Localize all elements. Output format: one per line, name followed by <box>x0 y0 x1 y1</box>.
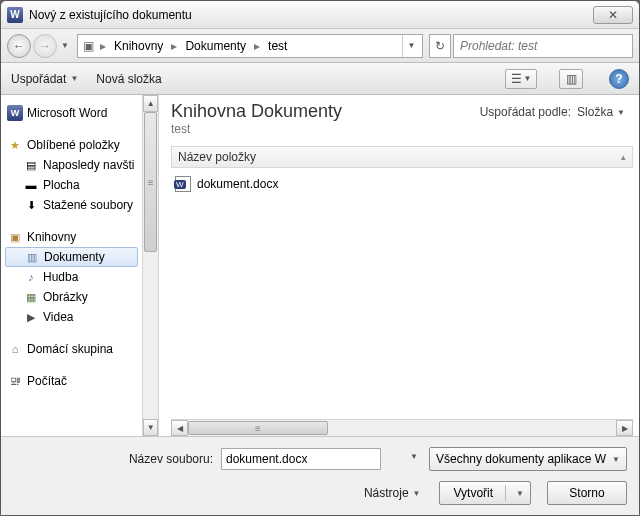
filter-label: Všechny dokumenty aplikace W <box>436 452 606 466</box>
star-icon: ★ <box>7 137 23 153</box>
breadcrumb-dropdown[interactable]: ▼ <box>402 35 420 57</box>
filename-label: Název souboru: <box>13 452 213 466</box>
hscroll-thumb[interactable]: ≡ <box>188 421 328 435</box>
chevron-down-icon: ▼ <box>413 489 421 498</box>
filename-row: Název souboru: ▼ Všechny dokumenty aplik… <box>13 447 627 471</box>
open-button[interactable]: Vytvořit ▼ <box>439 481 531 505</box>
horizontal-scrollbar[interactable]: ◀ ≡ ▶ <box>171 419 633 436</box>
chevron-down-icon: ▼ <box>524 74 532 83</box>
scroll-up-button[interactable]: ▲ <box>143 95 158 112</box>
tree-label: Počítač <box>27 374 67 388</box>
breadcrumb-item[interactable]: test <box>264 35 291 57</box>
hscroll-track[interactable]: ≡ <box>188 420 616 436</box>
file-list[interactable]: dokument.docx <box>171 168 633 419</box>
chevron-right-icon: ▸ <box>98 39 108 53</box>
forward-button[interactable]: → <box>33 34 57 58</box>
nav-tree[interactable]: W Microsoft Word ★ Oblíbené položky ▤ Na… <box>1 95 142 436</box>
new-folder-button[interactable]: Nová složka <box>96 72 161 86</box>
column-header-name[interactable]: Název položky ▴ <box>171 146 633 168</box>
tree-label: Microsoft Word <box>27 106 107 120</box>
open-label: Vytvořit <box>454 486 494 500</box>
tree-label: Obrázky <box>43 290 88 304</box>
computer-icon: 🖳 <box>7 373 23 389</box>
tree-item-desktop[interactable]: ▬ Plocha <box>5 175 138 195</box>
scroll-down-button[interactable]: ▼ <box>143 419 158 436</box>
tree-item-documents[interactable]: ▥ Dokumenty <box>5 247 138 267</box>
help-icon: ? <box>615 72 622 86</box>
tree-label: Knihovny <box>27 230 76 244</box>
file-name: dokument.docx <box>197 177 278 191</box>
tree-item-downloads[interactable]: ⬇ Stažené soubory <box>5 195 138 215</box>
word-icon: W <box>7 105 23 121</box>
organize-label: Uspořádat <box>11 72 66 86</box>
sort-indicator-icon: ▴ <box>621 152 626 162</box>
scroll-left-button[interactable]: ◀ <box>171 420 188 436</box>
tree-label: Dokumenty <box>44 250 105 264</box>
tree-item-favorites[interactable]: ★ Oblíbené položky <box>5 135 138 155</box>
tree-item-music[interactable]: ♪ Hudba <box>5 267 138 287</box>
breadcrumb-item[interactable]: Knihovny <box>110 35 167 57</box>
preview-pane-icon: ▥ <box>566 72 577 86</box>
tree-label: Videa <box>43 310 73 324</box>
nav-scrollbar[interactable]: ▲ ≡ ▼ <box>142 95 158 436</box>
cancel-button[interactable]: Storno <box>547 481 627 505</box>
search-box[interactable] <box>453 34 633 58</box>
tree-label: Plocha <box>43 178 80 192</box>
view-options-button[interactable]: ☰ ▼ <box>505 69 537 89</box>
music-icon: ♪ <box>23 269 39 285</box>
libraries-icon: ▣ <box>80 39 96 53</box>
homegroup-icon: ⌂ <box>7 341 23 357</box>
tools-dropdown[interactable]: Nástroje ▼ <box>364 486 421 500</box>
close-icon: ✕ <box>608 8 618 22</box>
back-button[interactable]: ← <box>7 34 31 58</box>
close-button[interactable]: ✕ <box>593 6 633 24</box>
file-list-pane: Knihovna Dokumenty test Uspořádat podle:… <box>159 95 639 436</box>
downloads-icon: ⬇ <box>23 197 39 213</box>
breadcrumb-bar[interactable]: ▣ ▸ Knihovny ▸ Dokumenty ▸ test ▼ <box>77 34 423 58</box>
tree-item-videos[interactable]: ▶ Videa <box>5 307 138 327</box>
filename-combo[interactable]: ▼ <box>221 448 421 470</box>
tree-item-msword[interactable]: W Microsoft Word <box>5 103 138 123</box>
tree-label: Hudba <box>43 270 78 284</box>
filename-input[interactable] <box>221 448 381 470</box>
chevron-down-icon[interactable]: ▼ <box>410 452 418 461</box>
library-subtitle: test <box>171 122 342 136</box>
help-button[interactable]: ? <box>609 69 629 89</box>
scroll-track[interactable]: ≡ <box>143 112 158 419</box>
button-row: Nástroje ▼ Vytvořit ▼ Storno <box>13 481 627 505</box>
title-left-group: W Nový z existujícího dokumentu <box>7 7 192 23</box>
dialog-window: W Nový z existujícího dokumentu ✕ ← → ▼ … <box>0 0 640 516</box>
tree-label: Domácí skupina <box>27 342 113 356</box>
file-item[interactable]: dokument.docx <box>171 174 633 194</box>
tree-item-computer[interactable]: 🖳 Počítač <box>5 371 138 391</box>
title-bar: W Nový z existujícího dokumentu ✕ <box>1 1 639 29</box>
cancel-label: Storno <box>569 486 604 500</box>
search-input[interactable] <box>458 38 628 54</box>
refresh-button[interactable]: ↻ <box>429 34 451 58</box>
recent-icon: ▤ <box>23 157 39 173</box>
chevron-down-icon[interactable]: ▼ <box>516 489 524 498</box>
arrange-value-dropdown[interactable]: Složka ▼ <box>577 105 625 119</box>
tools-label: Nástroje <box>364 486 409 500</box>
scroll-right-button[interactable]: ▶ <box>616 420 633 436</box>
tree-label: Oblíbené položky <box>27 138 120 152</box>
command-bar: Uspořádat ▼ Nová složka ☰ ▼ ▥ ? <box>1 63 639 95</box>
preview-pane-button[interactable]: ▥ <box>559 69 583 89</box>
tree-item-recent[interactable]: ▤ Naposledy navšti <box>5 155 138 175</box>
organize-button[interactable]: Uspořádat ▼ <box>11 72 78 86</box>
tree-item-libraries[interactable]: ▣ Knihovny <box>5 227 138 247</box>
scroll-thumb[interactable]: ≡ <box>144 112 157 252</box>
window-title: Nový z existujícího dokumentu <box>29 8 192 22</box>
tree-label: Naposledy navšti <box>43 158 134 172</box>
navigation-pane: W Microsoft Word ★ Oblíbené položky ▤ Na… <box>1 95 159 436</box>
tree-item-pictures[interactable]: ▦ Obrázky <box>5 287 138 307</box>
tree-item-homegroup[interactable]: ⌂ Domácí skupina <box>5 339 138 359</box>
arrow-left-icon: ← <box>13 39 25 53</box>
documents-icon: ▥ <box>24 249 40 265</box>
nav-history-dropdown[interactable]: ▼ <box>59 34 71 58</box>
address-bar-row: ← → ▼ ▣ ▸ Knihovny ▸ Dokumenty ▸ test ▼ … <box>1 29 639 63</box>
word-app-icon: W <box>7 7 23 23</box>
file-type-filter[interactable]: Všechny dokumenty aplikace W ▼ <box>429 447 627 471</box>
breadcrumb-item[interactable]: Dokumenty <box>181 35 250 57</box>
library-header: Knihovna Dokumenty test Uspořádat podle:… <box>171 101 633 136</box>
